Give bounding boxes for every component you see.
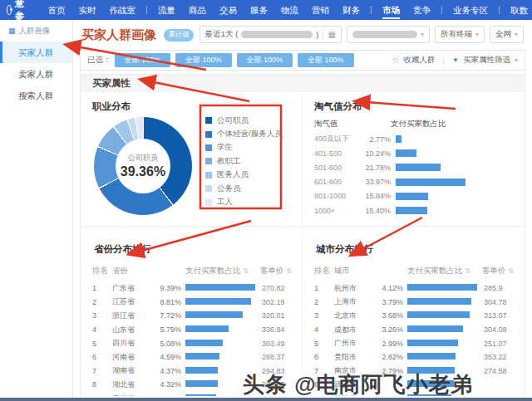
nav-item-首页[interactable]: 首页 [42,0,72,20]
table-row[interactable]: 7湖南省4.37%294.83 [92,364,300,379]
legend-item-学生[interactable]: 学生 [205,141,283,154]
cell-pct: 7.72% [152,311,185,320]
nav-item-市场[interactable]: 市场 [376,0,406,20]
nav-item-流量[interactable]: 流量 [151,0,182,20]
calendar-icon[interactable]: ▦ [323,30,336,39]
scope-dropdown[interactable]: 全网 ▾ [490,26,524,43]
cell-bar-wrap [185,340,260,348]
table-row[interactable]: 7南京市2.79%274.58 [314,364,523,379]
cell-name: 四川省 [112,338,152,349]
cell-price: 285.9 [482,284,523,292]
occupation-section: 职业分布 公司职员 39.36% 公司职员个体经营/服务人员学生教职工医务人员公… [81,92,303,226]
table-row[interactable]: 1广东省9.39%270.82 [92,281,300,296]
cell-name: 南京市 [334,365,374,376]
table-row[interactable]: 6河南省4.59%288.37 [92,350,300,364]
cell-rank: 2 [92,298,112,306]
cell-rank: 7 [314,367,334,375]
table-row[interactable]: 9长沙市2.61%281.65 [314,392,523,396]
nav-item-取数[interactable]: 取数 [504,0,532,20]
legend-item-教职工[interactable]: 教职工 [205,154,283,168]
chevron-down-icon: ▾ [515,31,518,38]
naughty-bar [396,178,466,186]
nav-item-作战室[interactable]: 作战室 [103,0,143,20]
cell-pct: 3.79% [374,298,407,306]
nav-item-财务[interactable]: 财务 [336,0,367,20]
attribute-filter-button[interactable]: 买家属性筛选 [463,55,510,66]
nav-item-物流[interactable]: 物流 [274,0,305,20]
nav-item-商品[interactable]: 商品 [182,0,213,20]
legend-item-医务人员[interactable]: 医务人员 [205,169,283,182]
pct-bar [185,298,251,305]
col-price[interactable]: 客单价 ⇅ [260,266,300,276]
nav-item-业务专区[interactable]: 业务专区 [446,0,495,20]
sidebar-item-买家人群[interactable]: 买家人群 [0,42,72,63]
sidebar-item-搜索人群[interactable]: 搜索人群 [0,85,72,106]
legend-item-公务员[interactable]: 公务员 [205,182,283,195]
cell-bar-wrap [185,311,260,320]
nav-item-交易[interactable]: 交易 [213,0,244,20]
nav-item-实时[interactable]: 实时 [72,0,103,20]
cell-name: 广东省 [112,283,152,294]
table-row[interactable]: 9贵州省4.18%342.97 [92,392,300,396]
cell-pct: 2.79% [374,367,407,375]
table-row[interactable]: 2上海市3.79%304.78 [314,296,523,310]
col-rank: 排名 [92,266,112,276]
category-dropdown[interactable]: ▾ [347,26,430,43]
star-icon: ☆ [392,55,400,66]
naughty-range-label: 401-500 [314,149,362,158]
scope-label: 全网 [495,29,511,40]
city-table-rows: 1杭州市4.12%285.92上海市3.79%304.783北京市3.68%31… [304,281,523,396]
table-row[interactable]: 8武汉市 [314,378,523,392]
sidebar-item-卖家人群[interactable]: 卖家人群 [0,63,72,85]
cell-pct: 9.39% [152,284,185,292]
city-title: 城市分布排行 [316,243,523,256]
filter-tag-4[interactable]: 全部 100% [298,53,354,67]
table-row[interactable]: 4成都市3.26%304.08 [314,323,523,337]
cell-bar-wrap [407,380,482,389]
legend-label: 学生 [217,142,233,153]
table-row[interactable]: 5广州市2.99%251.07 [314,336,523,350]
cell-pct: 4.32% [152,380,185,389]
table-row[interactable]: 3北京市3.68%313.07 [314,309,523,323]
table-row[interactable]: 1杭州市4.12%285.9 [314,281,523,296]
terminal-dropdown[interactable]: 所有终端 ▾ [435,26,485,43]
funnel-icon: ▼ [452,56,459,64]
table-row[interactable]: 5四川省5.08%303.49 [92,336,300,350]
legend-item-工人[interactable]: 工人 [205,195,283,208]
table-row[interactable]: 4山东省5.79%336.84 [92,323,300,337]
selected-label: 已选： [87,55,111,66]
favorite-crowd-button[interactable]: 收藏人群 [404,55,436,66]
occupation-donut-chart[interactable]: 公司职员 39.36% [94,117,192,215]
nav-item-竞争[interactable]: 竞争 [406,0,437,20]
filter-tag-2[interactable]: 全部 100% [175,53,232,67]
cell-name: 江苏省 [112,296,152,307]
naughty-range-label: 400及以下 [314,134,362,144]
legend-item-公司职员[interactable]: 公司职员 [205,114,283,127]
sidebar-items: 买家人群卖家人群搜索人群 [0,42,72,106]
naughty-pct: 2.77% [362,135,391,144]
donut-center-label: 公司职员 [128,153,158,164]
cell-pct: 4.18% [152,394,185,396]
pct-bar [407,394,451,396]
nav-item-服务[interactable]: 服务 [244,0,274,20]
col-pct[interactable]: 支付买家数占比 ⇅ [374,266,482,276]
table-row[interactable]: 6贵阳市2.82%353.22 [314,350,523,364]
pct-bar [185,284,255,291]
cell-pct: 5.79% [152,325,185,334]
date-range-picker[interactable]: 最近1天 ( ) ▦ [200,26,342,43]
table-row[interactable]: 3浙江省7.72%320.01 [92,309,300,323]
legend-label: 公务员 [217,183,241,194]
col-pct[interactable]: 支付买家数占比 ⇅ [152,266,260,276]
filter-tag-3[interactable]: 全部 100% [237,53,293,67]
legend-item-个体经营/服务人员[interactable]: 个体经营/服务人员 [205,127,283,140]
filter-tag-1[interactable]: 全部 100% [115,53,171,67]
cell-rank: 9 [92,394,112,396]
naughty-bar [396,149,416,157]
cell-price: 303.49 [260,340,300,348]
table-row[interactable]: 8湖北省4.32%283.85 [92,378,300,392]
table-row[interactable]: 2江苏省8.81%302.19 [92,296,300,310]
cell-rank: 9 [314,394,334,396]
col-price[interactable]: 客单价 ⇅ [482,266,523,276]
nav-item-营销[interactable]: 营销 [305,0,336,20]
cell-name: 武汉市 [334,379,374,390]
